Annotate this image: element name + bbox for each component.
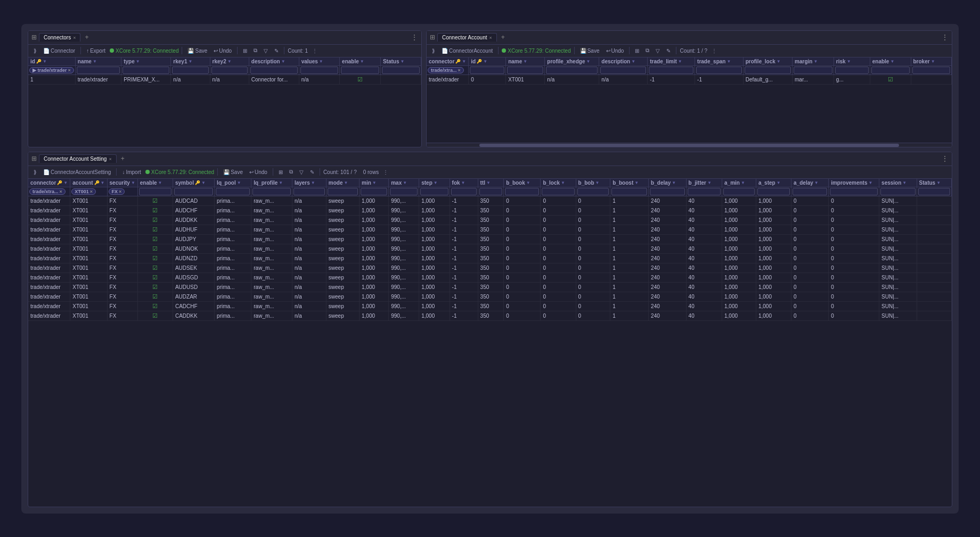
ca-menu-btn[interactable]: ⋮ [709, 47, 719, 54]
export-btn[interactable]: ↑ Export [84, 47, 108, 54]
ca-label-btn[interactable]: 📄 ConnectorAccount [439, 47, 495, 54]
table-row[interactable]: trade/xtraderXT001FX☑AUDUSDprima...raw_m… [28, 282, 952, 292]
cas-undo-btn[interactable]: ↩ Undo [247, 169, 270, 176]
cas-filter-fok-input[interactable] [451, 188, 477, 195]
cas-save-btn[interactable]: 💾 Save [221, 169, 245, 176]
cas-filter-b-delay-input[interactable] [650, 188, 685, 195]
cas-filter-b-lock-input[interactable] [542, 188, 574, 195]
cas-filter-session-input[interactable] [880, 188, 916, 195]
import-btn[interactable]: ↓ Import [120, 169, 143, 176]
table-row[interactable]: trade/xtraderXT001FX☑AUDNOKprima...raw_m… [28, 244, 952, 253]
ca-filter-btn[interactable]: ▽ [654, 47, 662, 54]
table-row[interactable]: trade/xtraderXT001FX☑AUDSGDprima...raw_m… [28, 272, 952, 282]
table-row[interactable]: trade/xtraderXT001FX☑CADCHFprima...raw_m… [28, 301, 952, 311]
ca-filter-profile-lock-input[interactable] [745, 67, 791, 74]
filter-desc-input[interactable] [250, 67, 298, 74]
cas-filter-lq-pool-input[interactable] [216, 188, 250, 195]
ca-filter-name-input[interactable] [507, 67, 543, 74]
cas-filter-btn[interactable]: ▽ [297, 169, 306, 176]
connectors-tab[interactable]: Connectors × [39, 33, 80, 42]
cas-tab-close[interactable]: × [109, 156, 111, 162]
ca-filter-broker-input[interactable] [912, 67, 951, 74]
save-btn[interactable]: 💾 Save [185, 47, 209, 54]
ca-filter-profile-input[interactable] [546, 67, 598, 74]
ca-save-btn[interactable]: 💾 Save [578, 47, 602, 54]
ca-filter-id-input[interactable] [470, 67, 504, 74]
ca-scrollbar-track[interactable] [427, 143, 952, 147]
cas-filter-a-delay-input[interactable] [793, 188, 827, 195]
ca-undo-btn[interactable]: ↩ Undo [604, 47, 626, 54]
ca-filter-tag-connector[interactable]: trade/xtra... × [428, 67, 464, 73]
connector-account-tab[interactable]: Connector Account × [437, 33, 497, 42]
cas-filter-tag-account[interactable]: XT001 × [71, 188, 96, 195]
cas-filter-mode-input[interactable] [328, 188, 358, 195]
table-row[interactable]: trade/xtrader 0 XT001 n/a n/a -1 -1 Defa… [427, 75, 952, 84]
table-row[interactable]: trade/xtraderXT001FX☑AUDHUFprima...raw_m… [28, 225, 952, 234]
table-row[interactable]: trade/xtraderXT001FX☑AUDZARprima...raw_m… [28, 292, 952, 301]
filter-tag-connector[interactable]: ▶ trade/xtrader × [29, 67, 74, 73]
cas-filter-tag-security[interactable]: FX × [109, 188, 125, 195]
filter-rkey2-input[interactable] [211, 67, 248, 74]
ca-filter-tag-close[interactable]: × [458, 68, 461, 73]
cas-label-btn[interactable]: 📄 ConnectorAccountSetting [41, 169, 113, 176]
connectors-more-options[interactable]: ⋮ [411, 33, 418, 42]
cas-tab[interactable]: Connector Account Setting × [39, 154, 117, 163]
cas-filter-layers-input[interactable] [293, 188, 325, 195]
table-row[interactable]: 1 trade/xtrader PRIMEXM_X... n/a n/a Con… [28, 75, 421, 84]
cas-filter-ttl-input[interactable] [479, 188, 503, 195]
cas-edit-btn[interactable]: ✎ [308, 169, 316, 176]
link-btn[interactable]: ⧉ [251, 47, 259, 54]
ca-filter-desc-input[interactable] [600, 67, 646, 74]
ca-filter-risk-input[interactable] [835, 67, 869, 74]
ca-filter-margin-input[interactable] [794, 67, 832, 74]
table-row[interactable]: trade/xtraderXT001FX☑AUDCHFprima...raw_m… [28, 205, 952, 215]
table-row[interactable]: trade/xtraderXT001FX☑AUDNZDprima...raw_m… [28, 253, 952, 263]
cas-link-btn[interactable]: ⧉ [287, 168, 295, 176]
layout-btn[interactable]: ⊞ [241, 47, 249, 54]
ca-edit-btn[interactable]: ✎ [664, 47, 673, 54]
undo-btn[interactable]: ↩ Undo [211, 47, 234, 54]
ca-layout-btn[interactable]: ⊞ [633, 47, 641, 54]
filter-enable-input[interactable] [341, 67, 379, 74]
cas-filter-symbol-input[interactable] [174, 188, 213, 195]
connectors-tab-close[interactable]: × [73, 35, 76, 40]
table-row[interactable]: trade/xtraderXT001FX☑AUDSEKprima...raw_m… [28, 263, 952, 272]
ca-filter-trade-limit-input[interactable] [649, 67, 693, 74]
cas-grid[interactable]: connector 🔑 ▼ account 🔑 ▼ security ▼ ena… [28, 179, 952, 507]
cas-filter-b-bob-input[interactable] [577, 188, 609, 195]
connectors-tab-add[interactable]: + [83, 34, 91, 41]
connector-account-grid[interactable]: connector 🔑 ▼ id 🔑 ▼ name ▼ profile_xhed… [427, 57, 952, 143]
table-row[interactable]: trade/xtraderXT001FX☑AUDCADprima...raw_m… [28, 196, 952, 205]
cas-filter-a-min-input[interactable] [723, 188, 755, 195]
table-row[interactable]: trade/xtraderXT001FX☑AUDJPYprima...raw_m… [28, 234, 952, 244]
filter-name-input[interactable] [77, 67, 120, 74]
cas-filter-a-step-input[interactable] [757, 188, 790, 195]
cas-filter-lq-profile-input[interactable] [252, 188, 291, 195]
cas-filter-tag-connector[interactable]: trade/xtra... × [29, 188, 66, 195]
cas-filter-step-input[interactable] [420, 188, 448, 195]
edit-btn[interactable]: ✎ [272, 47, 281, 54]
cas-more-options[interactable]: ⋮ [941, 154, 949, 163]
cas-layout-btn[interactable]: ⊞ [276, 169, 285, 176]
ca-expand-btn[interactable]: ⟫ [430, 47, 437, 54]
cas-filter-b-boost-input[interactable] [611, 188, 647, 195]
filter-values-input[interactable] [300, 67, 338, 74]
ca-filter-enable-input[interactable] [871, 67, 910, 74]
connector-account-tab-close[interactable]: × [489, 35, 492, 40]
connectors-grid[interactable]: id 🔑 ▼ name ▼ type ▼ rkey1 ▼ rkey2 ▼ des… [28, 57, 421, 147]
connector-label-btn[interactable]: 📄 Connector [41, 47, 77, 54]
cas-filter-improvements-input[interactable] [830, 188, 878, 195]
cas-filter-enable-input[interactable] [139, 188, 172, 195]
connector-account-tab-add[interactable]: + [499, 34, 507, 41]
filter-status-input[interactable] [382, 67, 420, 74]
cas-filter-tag-connector-close[interactable]: × [60, 189, 62, 194]
cas-expand-btn[interactable]: ⟫ [31, 169, 39, 176]
cas-filter-tag-security-close[interactable]: × [119, 189, 121, 194]
table-row[interactable]: trade/xtraderXT001FX☑AUDDKKprima...raw_m… [28, 215, 952, 225]
cas-filter-b-jitter-input[interactable] [688, 188, 721, 195]
menu-btn[interactable]: ⋮ [310, 47, 320, 54]
cas-tab-add[interactable]: + [119, 155, 127, 162]
cas-filter-b-book-input[interactable] [505, 188, 539, 195]
cas-filter-status-input[interactable] [918, 188, 950, 195]
filter-tag-close[interactable]: × [68, 68, 71, 73]
